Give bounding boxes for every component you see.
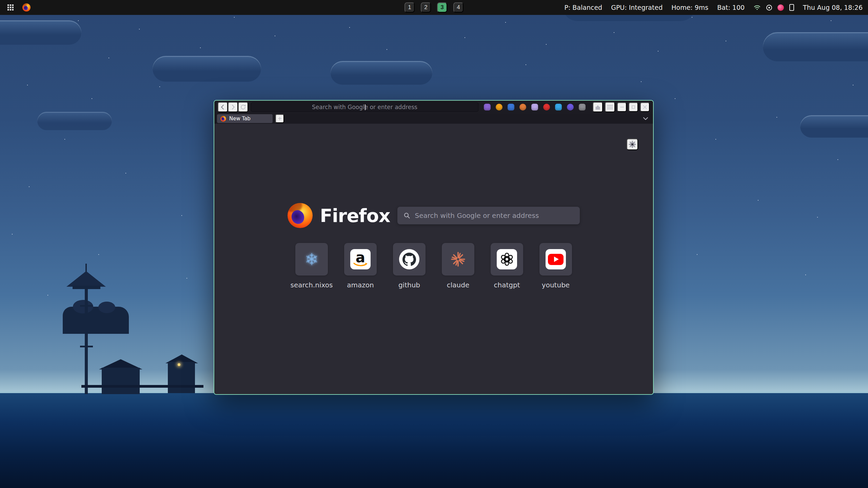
workspace-switcher: 1 2 3 4 — [405, 2, 463, 13]
toolbar-right — [593, 102, 650, 112]
tab-list-chevron-icon[interactable] — [643, 117, 650, 120]
tab-new-tab[interactable]: New Tab — [217, 114, 273, 123]
workspace-button-1[interactable]: 1 — [405, 2, 415, 13]
shortcut-github[interactable]: github — [385, 243, 434, 289]
reload-button[interactable] — [238, 102, 248, 112]
newtab-search-input[interactable]: Search with Google or enter address — [397, 207, 580, 224]
watchtower-pole — [85, 288, 88, 394]
extensions-puzzle-icon[interactable] — [593, 102, 603, 112]
display-device-icon[interactable] — [789, 4, 794, 11]
battery-status: Bat: 100 — [717, 4, 745, 11]
extension-icon-4[interactable] — [519, 104, 526, 110]
color-indicator-icon[interactable] — [777, 4, 784, 11]
workspace-button-4[interactable]: 4 — [453, 2, 463, 13]
cloud — [763, 32, 868, 61]
extension-icon-8[interactable] — [567, 104, 574, 110]
watchtower-rung — [80, 305, 93, 307]
pier — [81, 385, 203, 388]
watchtower-rung — [80, 325, 93, 327]
wifi-icon[interactable] — [753, 4, 761, 11]
new-tab-button[interactable]: + — [275, 114, 284, 123]
url-bar[interactable]: Search with Google or enter address — [251, 102, 478, 112]
topbar-left — [5, 2, 31, 13]
nixos-snowflake-icon: ❄ — [295, 243, 328, 276]
github-octocat-icon — [393, 243, 426, 276]
bluetooth-icon[interactable] — [766, 5, 772, 11]
extension-icon-5[interactable] — [531, 104, 538, 110]
cloud — [0, 20, 81, 45]
tab-title: New Tab — [229, 116, 251, 122]
extension-icon-6[interactable] — [543, 104, 550, 110]
search-icon — [403, 212, 410, 219]
forward-button[interactable] — [228, 102, 238, 112]
top-status-bar: 1 2 3 4 P: Balanced GPU: Integrated Home… — [0, 0, 868, 15]
power-profile-status: P: Balanced — [564, 4, 602, 11]
extension-icon-9[interactable] — [579, 104, 586, 110]
shortcut-youtube[interactable]: youtube — [531, 243, 580, 289]
firefox-wordmark: Firefox — [320, 205, 390, 226]
system-tray — [753, 4, 794, 11]
page-settings-gear-icon[interactable] — [627, 139, 638, 150]
shortcut-label: amazon — [347, 281, 374, 289]
extension-icon-7[interactable] — [555, 104, 562, 110]
claude-starburst-icon — [442, 243, 474, 276]
watchtower-roof — [66, 271, 106, 287]
amazon-icon: a — [344, 243, 377, 276]
shortcut-chatgpt[interactable]: chatgpt — [482, 243, 531, 289]
cloud — [331, 61, 432, 85]
maximize-button[interactable] — [629, 102, 638, 112]
cloud — [800, 115, 868, 138]
hut — [168, 362, 195, 393]
back-button[interactable] — [218, 102, 228, 112]
shore-bush — [73, 300, 93, 313]
firefox-launcher-icon[interactable] — [22, 3, 31, 12]
shortcut-label: youtube — [542, 281, 570, 289]
newtab-search-placeholder: Search with Google or enter address — [415, 211, 539, 220]
app-grid-icon[interactable] — [5, 2, 16, 13]
shore-bush — [98, 302, 115, 313]
shortcut-label: search.nixos — [291, 281, 333, 289]
gpu-status: GPU: Integrated — [611, 4, 663, 11]
openai-knot-icon — [491, 243, 523, 276]
tab-favicon — [220, 116, 226, 122]
cloud — [37, 112, 112, 130]
extension-icon-1[interactable] — [484, 104, 491, 110]
workspace-button-2[interactable]: 2 — [421, 2, 431, 13]
menu-hamburger-icon[interactable] — [605, 102, 615, 112]
extension-icon-3[interactable] — [508, 104, 514, 110]
wallpaper-ocean — [0, 393, 868, 488]
text-caret — [365, 104, 366, 110]
shortcut-label: chatgpt — [494, 281, 520, 289]
hut-lamp-light — [178, 363, 180, 366]
shortcut-claude[interactable]: claude — [434, 243, 482, 289]
clock: Thu Aug 08, 18:26 — [803, 4, 863, 11]
shortcut-amazon[interactable]: a amazon — [336, 243, 385, 289]
browser-toolbar: Search with Google or enter address — [214, 101, 653, 114]
tab-bar: New Tab + — [214, 114, 653, 124]
firefox-logo — [288, 203, 313, 228]
shortcut-label: github — [398, 281, 420, 289]
shortcut-label: claude — [447, 281, 469, 289]
hut — [102, 368, 140, 394]
firefox-window: Search with Google or enter address — [214, 100, 654, 395]
shortcut-search-nixos[interactable]: ❄ search.nixos — [287, 243, 336, 289]
extension-icons — [484, 104, 586, 110]
extension-icon-2[interactable] — [496, 104, 502, 110]
firefox-hero: Firefox Search with Google or enter addr… — [214, 203, 653, 228]
close-button[interactable] — [640, 102, 650, 112]
shore-rock — [63, 307, 129, 334]
new-tab-page: Firefox Search with Google or enter addr… — [214, 124, 653, 394]
cloud — [153, 56, 261, 82]
minimize-button[interactable] — [617, 102, 627, 112]
home-ping-status: Home: 9ms — [671, 4, 708, 11]
topbar-right: P: Balanced GPU: Integrated Home: 9ms Ba… — [564, 4, 863, 11]
workspace-button-3[interactable]: 3 — [437, 2, 447, 13]
watchtower-rung — [80, 346, 93, 347]
youtube-play-icon — [539, 243, 572, 276]
shortcut-grid: ❄ search.nixos a amazon — [214, 243, 653, 289]
